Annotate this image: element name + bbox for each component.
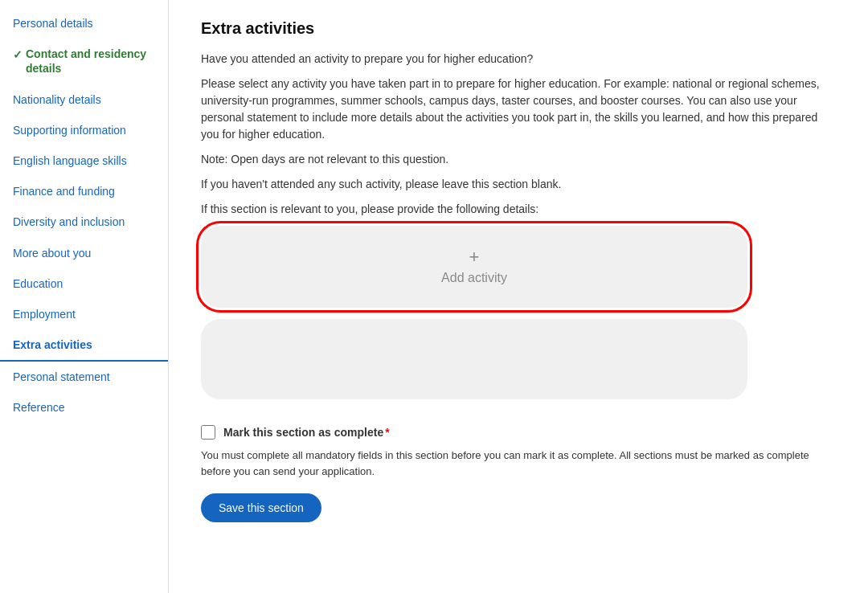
sidebar-item-label: Education	[13, 277, 63, 290]
sidebar-item-label: More about you	[13, 247, 91, 260]
sidebar-item-nationality-details[interactable]: Nationality details	[0, 84, 168, 115]
sidebar-item-label: Contact and residency details	[26, 47, 155, 76]
page-title: Extra activities	[201, 19, 836, 38]
sidebar-item-finance-funding[interactable]: Finance and funding	[0, 176, 168, 207]
sidebar-item-label: Personal statement	[13, 370, 110, 383]
sidebar-item-extra-activities[interactable]: Extra activities	[0, 329, 168, 362]
sidebar-item-diversity-inclusion[interactable]: Diversity and inclusion	[0, 207, 168, 237]
sidebar-item-label: Extra activities	[13, 338, 92, 351]
sidebar: Personal details✓Contact and residency d…	[0, 0, 169, 593]
plus-icon: +	[469, 248, 480, 266]
sidebar-item-more-about-you[interactable]: More about you	[0, 238, 168, 268]
main-content: Extra activities Have you attended an ac…	[169, 0, 868, 593]
complete-checkbox-row: Mark this section as complete*	[201, 425, 836, 440]
note-text: Note: Open days are not relevant to this…	[201, 151, 836, 168]
empty-activities-box	[201, 319, 747, 399]
sidebar-item-supporting-information[interactable]: Supporting information	[0, 115, 168, 145]
description-body: Please select any activity you have take…	[201, 76, 836, 143]
section-complete-area: Mark this section as complete* You must …	[201, 425, 836, 522]
save-section-button[interactable]: Save this section	[201, 493, 321, 522]
checkmark-icon: ✓	[13, 47, 23, 62]
add-activity-label: Add activity	[441, 271, 507, 285]
sidebar-item-english-language[interactable]: English language skills	[0, 145, 168, 176]
add-activity-button[interactable]: + Add activity	[201, 226, 747, 308]
description-question: Have you attended an activity to prepare…	[201, 51, 836, 67]
sidebar-item-label: Employment	[13, 308, 76, 321]
help-text: You must complete all mandatory fields i…	[201, 448, 836, 479]
sidebar-item-reference[interactable]: Reference	[0, 392, 168, 423]
sidebar-item-label: English language skills	[13, 154, 127, 167]
mark-complete-checkbox[interactable]	[201, 425, 215, 440]
required-star: *	[385, 426, 389, 439]
sidebar-item-personal-statement[interactable]: Personal statement	[0, 362, 168, 392]
sidebar-item-label: Finance and funding	[13, 185, 115, 198]
blank-text: If you haven't attended any such activit…	[201, 176, 836, 193]
sidebar-item-label: Personal details	[13, 17, 93, 30]
sidebar-item-personal-details[interactable]: Personal details	[0, 8, 168, 39]
mark-complete-label[interactable]: Mark this section as complete*	[223, 426, 390, 439]
sidebar-item-label: Nationality details	[13, 93, 101, 106]
details-intro: If this section is relevant to you, plea…	[201, 201, 836, 218]
sidebar-item-label: Supporting information	[13, 124, 126, 137]
sidebar-item-label: Diversity and inclusion	[13, 215, 125, 228]
sidebar-item-label: Reference	[13, 401, 65, 414]
sidebar-item-education[interactable]: Education	[0, 268, 168, 299]
sidebar-item-contact-residency[interactable]: ✓Contact and residency details	[0, 39, 168, 84]
sidebar-item-employment[interactable]: Employment	[0, 299, 168, 329]
